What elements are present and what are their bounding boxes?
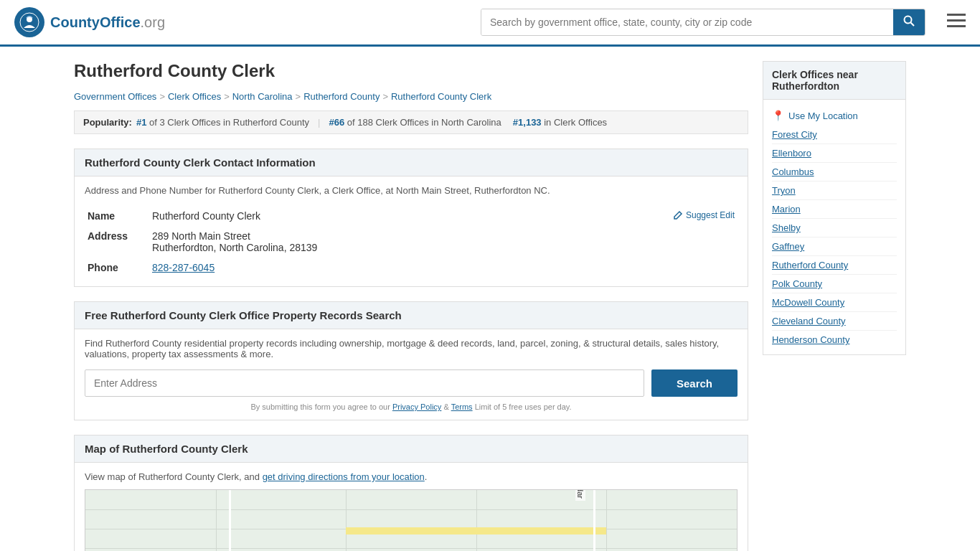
- map-section-body: View map of Rutherford County Clerk, and…: [75, 463, 748, 551]
- contact-table: Name Rutherford County Clerk Suggest Edi…: [85, 206, 738, 278]
- logo-text: CountyOffice.org: [50, 14, 165, 31]
- map-grid-v1: [216, 490, 217, 551]
- contact-section-body: Address and Phone Number for Rutherford …: [75, 176, 748, 286]
- breadcrumb-link-nc[interactable]: North Carolina: [232, 91, 293, 102]
- breadcrumb-link-clerk[interactable]: Clerk Offices: [168, 91, 221, 102]
- sidebar-link-cleveland-county[interactable]: Cleveland County: [772, 312, 897, 331]
- sidebar-link-marion[interactable]: Marion: [772, 200, 897, 219]
- sidebar-links-container: Forest CityEllenboroColumbusTryonMarionS…: [772, 126, 897, 349]
- breadcrumb: Government Offices > Clerk Offices > Nor…: [74, 91, 748, 102]
- use-my-location-button[interactable]: 📍 Use My Location: [772, 105, 858, 126]
- map-section-header: Map of Rutherford County Clerk: [75, 435, 748, 463]
- suggest-edit-button[interactable]: Suggest Edit: [673, 210, 735, 220]
- sidebar-link-forest-city[interactable]: Forest City: [772, 126, 897, 144]
- address-label: Address: [85, 226, 149, 258]
- contact-address-row: Address 289 North Main Street Rutherford…: [85, 226, 738, 258]
- contact-name-row: Name Rutherford County Clerk Suggest Edi…: [85, 206, 738, 226]
- map-grid-v2: [346, 490, 347, 551]
- breadcrumb-sep-4: >: [382, 91, 388, 102]
- breadcrumb-link-current[interactable]: Rutherford County Clerk: [391, 91, 491, 102]
- sidebar-link-henderson-county[interactable]: Henderson County: [772, 331, 897, 349]
- map-road-main: [346, 527, 606, 534]
- svg-line-3: [911, 23, 915, 27]
- main-content: Rutherford County Clerk Government Offic…: [74, 61, 748, 551]
- breadcrumb-sep-3: >: [296, 91, 301, 102]
- map-grid-h3: [85, 548, 737, 549]
- privacy-policy-link[interactable]: Privacy Policy: [392, 402, 441, 411]
- property-section-header: Free Rutherford County Clerk Office Prop…: [75, 302, 748, 329]
- popularity-rank3: #1,133 in Clerk Offices: [513, 117, 607, 128]
- map-grid-v3: [476, 490, 477, 551]
- sidebar-box: Clerk Offices near Rutherfordton 📍 Use M…: [763, 61, 906, 355]
- property-section-body: Find Rutherford County residential prope…: [75, 329, 748, 420]
- phone-link[interactable]: 828-287-6045: [152, 262, 215, 273]
- global-search-input[interactable]: [481, 9, 893, 35]
- contact-description: Address and Phone Number for Rutherford …: [85, 185, 738, 196]
- sidebar: Clerk Offices near Rutherfordton 📍 Use M…: [763, 61, 906, 551]
- phone-label: Phone: [85, 258, 149, 278]
- driving-directions-link[interactable]: get driving directions from your locatio…: [263, 471, 425, 482]
- phone-value: 828-287-6045: [149, 258, 738, 278]
- page-title: Rutherford County Clerk: [74, 61, 748, 81]
- breadcrumb-sep-1: >: [159, 91, 165, 102]
- hamburger-menu-icon[interactable]: [947, 12, 966, 32]
- name-value: Rutherford County Clerk Suggest Edit: [149, 206, 738, 226]
- sidebar-link-rutherford-county[interactable]: Rutherford County: [772, 256, 897, 275]
- name-label: Name: [85, 206, 149, 226]
- svg-rect-4: [947, 14, 966, 16]
- sidebar-link-mcdowell-county[interactable]: McDowell County: [772, 293, 897, 312]
- sidebar-link-ellenboro[interactable]: Ellenboro: [772, 144, 897, 163]
- popularity-bar: Popularity: #1 of 3 Clerk Offices in Rut…: [74, 110, 748, 134]
- global-search-bar: [481, 9, 925, 36]
- sidebar-link-tryon[interactable]: Tryon: [772, 182, 897, 200]
- contact-phone-row: Phone 828-287-6045: [85, 258, 738, 278]
- popularity-rank1: #1 of 3 Clerk Offices in Rutherford Coun…: [136, 117, 309, 128]
- popularity-label: Popularity:: [83, 117, 132, 128]
- logo[interactable]: CountyOffice.org: [14, 7, 165, 37]
- map-description: View map of Rutherford County Clerk, and…: [85, 471, 738, 482]
- page-container: Rutherford County Clerk Government Offic…: [60, 47, 920, 551]
- sidebar-body: 📍 Use My Location Forest CityEllenboroCo…: [763, 100, 905, 354]
- location-dot-icon: 📍: [772, 110, 784, 121]
- property-section: Free Rutherford County Clerk Office Prop…: [74, 301, 748, 420]
- breadcrumb-link-gov[interactable]: Government Offices: [74, 91, 156, 102]
- terms-link[interactable]: Terms: [451, 402, 473, 411]
- sidebar-link-polk-county[interactable]: Polk County: [772, 275, 897, 293]
- svg-rect-6: [947, 25, 966, 27]
- logo-icon: [14, 7, 44, 37]
- contact-section: Rutherford County Clerk Contact Informat…: [74, 149, 748, 287]
- sidebar-link-shelby[interactable]: Shelby: [772, 219, 897, 237]
- map-section: Map of Rutherford County Clerk View map …: [74, 435, 748, 551]
- popularity-divider1: |: [318, 117, 320, 128]
- sidebar-link-columbus[interactable]: Columbus: [772, 163, 897, 182]
- breadcrumb-sep-2: >: [224, 91, 230, 102]
- contact-section-header: Rutherford County Clerk Contact Informat…: [75, 149, 748, 176]
- map-placeholder: Green St Cedar: [85, 489, 738, 551]
- address-input[interactable]: [85, 369, 644, 397]
- global-search-button[interactable]: [893, 9, 925, 35]
- map-grid-v4: [606, 490, 607, 551]
- property-search-form: Search: [85, 369, 738, 397]
- svg-point-2: [905, 17, 912, 24]
- sidebar-header: Clerk Offices near Rutherfordton: [763, 62, 905, 100]
- map-label-cedar: Cedar: [575, 489, 585, 501]
- property-description: Find Rutherford County residential prope…: [85, 338, 738, 359]
- address-value: 289 North Main Street Rutherfordton, Nor…: [149, 226, 738, 258]
- map-grid-h1: [85, 509, 737, 510]
- sidebar-link-gaffney[interactable]: Gaffney: [772, 237, 897, 256]
- map-road-vert1: [229, 490, 231, 551]
- breadcrumb-link-county[interactable]: Rutherford County: [303, 91, 380, 102]
- header: CountyOffice.org: [0, 0, 980, 47]
- map-road-vert2: [593, 490, 595, 551]
- popularity-rank2: #66 of 188 Clerk Offices in North Caroli…: [329, 117, 501, 128]
- form-disclaimer: By submitting this form you agree to our…: [85, 402, 738, 411]
- property-search-button[interactable]: Search: [651, 369, 738, 397]
- svg-rect-5: [947, 19, 966, 22]
